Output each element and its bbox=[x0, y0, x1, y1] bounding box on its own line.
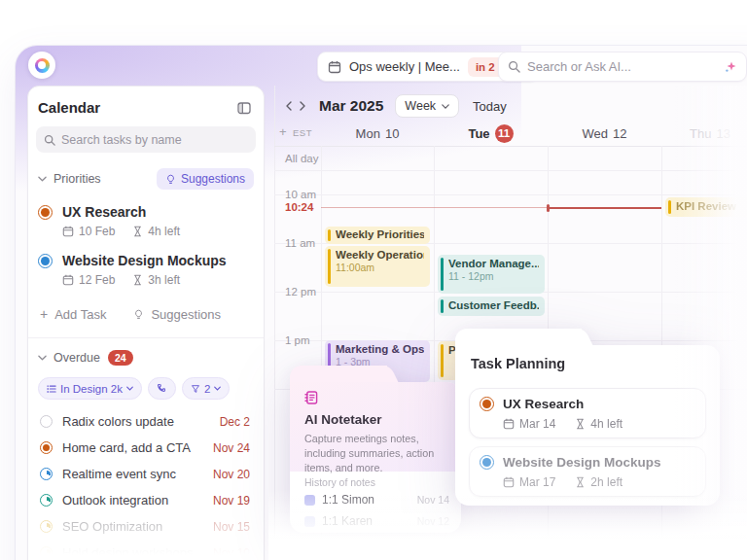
task-status-icon[interactable] bbox=[40, 546, 53, 559]
task-title: Home card, add a CTA bbox=[62, 440, 203, 455]
current-time-line-bold bbox=[548, 207, 661, 209]
task-status-icon[interactable] bbox=[38, 254, 53, 268]
suggestions-button[interactable]: Suggestions bbox=[157, 168, 254, 190]
chevron-down-icon bbox=[214, 386, 221, 391]
task-status-icon[interactable] bbox=[40, 520, 53, 533]
priorities-section-header[interactable]: Priorities Suggestions bbox=[38, 168, 254, 190]
ai-notetaker-description: Capture meetings notes, including summar… bbox=[304, 432, 452, 475]
task-meta: 12 Feb 3h left bbox=[62, 273, 252, 287]
task-due-date: Nov 19 bbox=[213, 494, 250, 508]
view-selector[interactable]: Week bbox=[395, 94, 459, 118]
task-status-icon[interactable] bbox=[480, 455, 494, 470]
add-event-button[interactable]: + bbox=[279, 124, 287, 139]
today-button[interactable]: Today bbox=[473, 99, 507, 114]
overdue-task-row[interactable]: Hold design workshops Nov 10 bbox=[28, 540, 264, 560]
calendar-month-title: Mar 2025 bbox=[319, 97, 383, 115]
overdue-task-row[interactable]: Realtime event sync Nov 20 bbox=[28, 461, 264, 487]
call-filter-pill[interactable] bbox=[148, 377, 176, 400]
event-title: Weekly Priorities bbox=[336, 228, 424, 240]
task-status-icon[interactable] bbox=[40, 468, 53, 480]
collapse-panel-icon[interactable] bbox=[236, 100, 252, 116]
priority-task[interactable]: Website Design Mockups bbox=[38, 253, 252, 268]
task-time-left: 3h left bbox=[148, 273, 180, 287]
screen: Ops weekly | Mee... in 2 mins Search or … bbox=[0, 0, 747, 560]
note-row[interactable]: 1:1 Karen Nov 12 bbox=[304, 513, 449, 529]
list-icon bbox=[47, 384, 56, 394]
day-header-wed[interactable]: Wed 12 bbox=[548, 122, 661, 144]
day-header-tue-today[interactable]: Tue 11 bbox=[434, 122, 548, 144]
task-date: 10 Feb bbox=[79, 225, 115, 238]
time-label: 1 pm bbox=[285, 334, 310, 346]
day-name: Wed bbox=[583, 126, 609, 141]
overdue-task-row[interactable]: Outlook integration Nov 19 bbox=[28, 487, 264, 513]
task-status-icon[interactable] bbox=[40, 415, 53, 428]
day-number: 12 bbox=[613, 126, 626, 141]
priorities-label: Priorities bbox=[53, 172, 101, 186]
priority-task[interactable]: UX Research bbox=[38, 204, 252, 220]
task-status-icon[interactable] bbox=[40, 494, 53, 507]
note-row[interactable]: 1:1 Simon Nov 14 bbox=[304, 492, 449, 508]
note-title: 1:1 Karen bbox=[322, 514, 410, 528]
lightbulb-icon bbox=[165, 174, 176, 185]
task-status-icon[interactable] bbox=[480, 397, 494, 411]
app-logo[interactable] bbox=[28, 52, 55, 79]
funnel-icon bbox=[191, 384, 200, 394]
history-of-notes-label: History of notes bbox=[304, 476, 375, 488]
calendar-icon bbox=[503, 476, 515, 488]
task-title: SEO Optimization bbox=[62, 519, 203, 534]
planned-task-card[interactable]: UX Research Mar 14 4h left bbox=[469, 388, 706, 438]
overdue-task-row[interactable]: SEO Optimization Nov 15 bbox=[28, 513, 264, 540]
day-header-mon[interactable]: Mon 10 bbox=[321, 122, 434, 144]
event-weekly-priorities[interactable]: Weekly Priorities bbox=[325, 227, 430, 244]
event-vendor-management[interactable]: Vendor Manage... 11 - 12pm bbox=[438, 255, 545, 294]
calendar-icon bbox=[328, 60, 341, 74]
lightbulb-icon bbox=[133, 309, 144, 320]
event-customer-feedback[interactable]: Customer Feedb... bbox=[438, 297, 545, 316]
day-name: Tue bbox=[468, 126, 489, 141]
sidebar-title: Calendar bbox=[38, 99, 100, 116]
task-status-icon[interactable] bbox=[40, 441, 53, 454]
day-number: 13 bbox=[716, 126, 729, 141]
status-filter-pill[interactable]: In Design 2k bbox=[38, 377, 142, 400]
filter-count-pill[interactable]: 2 bbox=[182, 377, 230, 400]
task-title: Hold design workshops bbox=[62, 545, 203, 560]
task-search-input[interactable]: Search tasks by name bbox=[36, 126, 256, 153]
task-status-icon[interactable] bbox=[38, 205, 53, 220]
event-weekly-operations[interactable]: Weekly Operations 11:00am bbox=[325, 246, 430, 287]
plus-icon: + bbox=[40, 306, 48, 322]
view-label: Week bbox=[405, 99, 436, 113]
task-planning-card[interactable]: Task Planning UX Research Mar 14 4h left bbox=[455, 329, 720, 506]
day-header-thu[interactable]: Thu 13 bbox=[661, 122, 747, 144]
task-search-placeholder: Search tasks by name bbox=[61, 133, 182, 147]
overdue-task-row[interactable]: Radix colors update Dec 2 bbox=[28, 408, 264, 435]
event-time: 11:00am bbox=[336, 262, 424, 273]
planned-task-card[interactable]: Website Design Mockups Mar 17 2h left bbox=[469, 446, 706, 497]
chevron-down-icon bbox=[38, 176, 47, 182]
all-day-label: All day bbox=[285, 153, 319, 164]
status-filter-label: In Design 2k bbox=[60, 383, 123, 395]
global-search-input[interactable]: Search or Ask AI... bbox=[498, 52, 747, 82]
hourglass-icon bbox=[575, 418, 586, 430]
ai-sparkle-icon[interactable] bbox=[724, 60, 737, 74]
suggestions-button-secondary[interactable]: Suggestions bbox=[151, 307, 221, 322]
task-date: Mar 17 bbox=[519, 475, 555, 489]
time-label: 11 am bbox=[285, 237, 315, 249]
event-title: Customer Feedb... bbox=[448, 299, 539, 311]
next-week-button[interactable] bbox=[296, 97, 309, 115]
ai-notetaker-card[interactable]: AI Notetaker Capture meetings notes, inc… bbox=[290, 366, 461, 533]
add-task-button[interactable]: Add Task bbox=[54, 307, 106, 322]
event-title: KPI Review bbox=[676, 200, 747, 212]
task-title: Radix colors update bbox=[62, 414, 210, 429]
overdue-task-row[interactable]: Home card, add a CTA Nov 24 bbox=[28, 435, 264, 461]
current-time-line bbox=[321, 207, 548, 208]
timezone-label: EST bbox=[293, 127, 312, 138]
note-icon bbox=[304, 495, 315, 506]
note-title: 1:1 Simon bbox=[322, 493, 410, 507]
task-time-left: 4h left bbox=[148, 225, 180, 238]
event-kpi-review[interactable]: KPI Review bbox=[665, 197, 747, 217]
overdue-section-header[interactable]: Overdue 24 bbox=[38, 350, 254, 366]
task-due-date: Dec 2 bbox=[220, 415, 250, 429]
clickup-logo-icon bbox=[35, 58, 50, 73]
suggestions-label: Suggestions bbox=[181, 172, 245, 186]
prev-week-button[interactable] bbox=[282, 97, 296, 115]
